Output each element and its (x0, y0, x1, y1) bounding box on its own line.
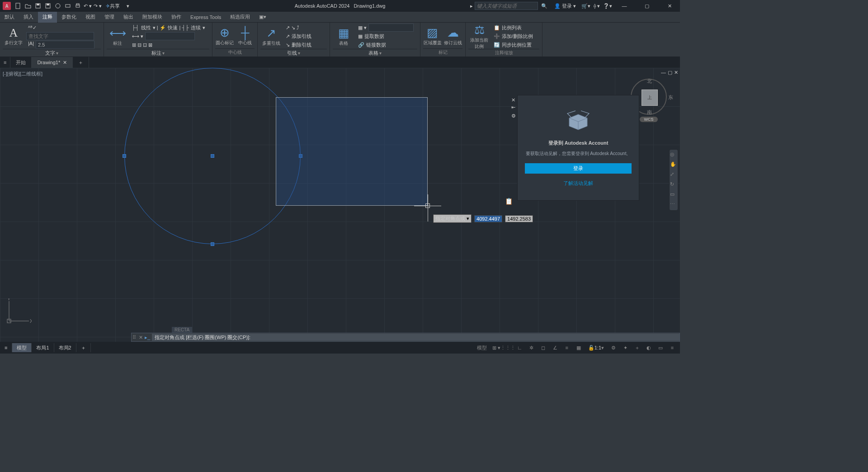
vp-max-icon[interactable]: ▢ (668, 70, 672, 76)
add-leader-button[interactable]: ↗ 添加引线 (284, 32, 313, 40)
panel-learn-link[interactable]: 了解活动见解 (525, 180, 632, 187)
mleader-button[interactable]: ↗多重引线 (260, 24, 282, 48)
search-input[interactable] (475, 2, 538, 10)
vp-close-icon[interactable]: ✕ (674, 70, 678, 76)
command-line[interactable]: ⠿ ✕ ▸_ 指定对角点或 [栏选(F) 圈围(WP) 圈交(CP)]: (131, 333, 680, 342)
autodesk-icon[interactable]: ⟠ ▾ (592, 1, 601, 10)
text-height-input[interactable] (36, 41, 94, 49)
redo-icon[interactable]: ↷ ▾ (93, 1, 102, 10)
tab-collaborate[interactable]: 协作 (167, 12, 186, 23)
steering-wheel-icon[interactable]: ◎ (670, 151, 677, 159)
cart-icon[interactable]: 🛒▾ (581, 1, 590, 10)
sb-layout2-tab[interactable]: 布局2 (54, 343, 76, 352)
tab-insert[interactable]: 插入 (19, 12, 38, 23)
share-button[interactable]: ✈ 共享 (103, 1, 123, 10)
scale-sync-button[interactable]: 🔄 同步比例位置 (492, 41, 535, 49)
command-prompt[interactable]: 指定对角点或 [栏选(F) 圈围(WP) 圈交(CP)]: (152, 334, 679, 341)
cmdline-close-icon[interactable]: ✕ (137, 335, 145, 340)
login-button[interactable]: 👤 登录 ▾ (551, 2, 580, 10)
sb-scale-button[interactable]: 🔓 1:1 ▾ (585, 343, 607, 353)
sb-model-button[interactable]: 模型 (474, 343, 490, 353)
link-data-button[interactable]: 🔗 链接数据 (356, 41, 415, 49)
sb-grid-icon[interactable]: ⊞ ▾ (491, 343, 501, 353)
sb-isolate-icon[interactable]: ◐ (644, 343, 654, 353)
zoom-extents-icon[interactable]: ⤢ (670, 171, 677, 179)
sb-lwt-icon[interactable]: ≡ (562, 343, 572, 353)
panel-tray-icon[interactable]: 📋 (505, 198, 513, 205)
text-check-button[interactable]: ᴬᴮ✓ (26, 24, 101, 32)
tab-annotate[interactable]: 注释 (38, 12, 57, 23)
tab-output[interactable]: 输出 (119, 12, 138, 23)
save-icon[interactable] (33, 1, 42, 10)
plot-icon[interactable] (63, 1, 72, 10)
qat-dropdown-icon[interactable]: ▾ (123, 1, 132, 10)
tab-express[interactable]: Express Tools (186, 12, 226, 23)
revcloud-button[interactable]: ☁修订云线 (444, 24, 463, 48)
dim-style-row[interactable]: ⟷ ▾ (130, 32, 207, 40)
close-button[interactable]: ✕ (659, 0, 680, 12)
pan-icon[interactable]: ✋ (670, 161, 677, 169)
web-icon[interactable] (53, 1, 62, 10)
del-leader-button[interactable]: ↘ 删除引线 (284, 41, 313, 49)
minimize-button[interactable]: — (614, 0, 635, 12)
dyn-x-input[interactable]: 4092.4497 (474, 215, 502, 222)
dim-button[interactable]: ⟷标注 (107, 24, 128, 48)
sb-otrack-icon[interactable]: ∠ (550, 343, 560, 353)
orbit-icon[interactable]: ↻ (670, 181, 677, 189)
new-tab-button[interactable]: ＋ (73, 57, 89, 68)
leader-tools-row[interactable]: ↗ ↘ ⤴ (284, 24, 313, 32)
search-icon[interactable]: 🔍 (540, 1, 549, 10)
close-tab-icon[interactable]: ✕ (63, 60, 67, 66)
undo-icon[interactable]: ↶ ▾ (83, 1, 92, 10)
dyn-y-input[interactable]: 1492.2583 (505, 215, 533, 222)
centerline-button[interactable]: ┼中心线 (236, 24, 255, 48)
sb-add-layout-button[interactable]: ＋ (76, 343, 91, 352)
addscale-button[interactable]: ⚖添加当前比例 (468, 24, 490, 48)
panel-settings-icon[interactable]: ⚙ (511, 113, 516, 119)
grip-left[interactable] (123, 154, 126, 158)
recent-command-chip[interactable]: RECTA (172, 327, 192, 333)
panel-text-label[interactable]: 文字 ▾ (3, 49, 101, 56)
sb-polar-icon[interactable]: ✲ (527, 343, 537, 353)
maximize-button[interactable]: ▢ (637, 0, 657, 12)
filetab-drawing1[interactable]: Drawing1*✕ (32, 57, 73, 68)
sb-gear-icon[interactable]: ⚙ (609, 343, 618, 353)
panel-table-label[interactable]: 表格 ▾ (333, 49, 417, 56)
scale-adddel-button[interactable]: ➕ 添加/删除比例 (492, 32, 535, 40)
grip-center[interactable] (211, 154, 214, 158)
sb-osnap-icon[interactable]: ◻ (538, 343, 548, 353)
vc-east[interactable]: 东 (668, 94, 673, 101)
find-text-input[interactable] (26, 32, 94, 40)
mtext-button[interactable]: A多行文字 (3, 24, 24, 48)
sb-customize-icon[interactable]: ≡ (667, 343, 677, 353)
tab-manage[interactable]: 管理 (100, 12, 119, 23)
table-button[interactable]: ▦表格 (333, 24, 354, 48)
showmotion-icon[interactable]: ▭ (670, 191, 677, 198)
panel-pin-icon[interactable]: ⇤ (511, 104, 516, 110)
sb-plus-icon[interactable]: ＋ (632, 343, 642, 353)
tab-parametric[interactable]: 参数化 (57, 12, 81, 23)
viewport-label[interactable]: [-][俯视][二维线框] (3, 71, 42, 77)
vc-south[interactable]: 南 (647, 109, 652, 116)
panel-dim-label[interactable]: 标注 ▾ (107, 49, 209, 56)
sb-ortho-icon[interactable]: ∟ (515, 343, 525, 353)
new-icon[interactable] (14, 1, 23, 10)
help-icon[interactable]: ❔▾ (603, 1, 612, 10)
cmdline-grip-icon[interactable]: ⠿ (132, 335, 137, 340)
sb-layout1-tab[interactable]: 布局1 (32, 343, 54, 352)
sb-anno-icon[interactable]: ✦ (620, 343, 630, 353)
filetab-start[interactable]: 开始 (10, 57, 32, 68)
grip-bottom[interactable] (211, 242, 214, 246)
sb-snap-icon[interactable]: ⋮⋮⋮ (503, 343, 513, 353)
extract-data-button[interactable]: ▦ 提取数据 (356, 32, 415, 40)
centermark-button[interactable]: ⊕圆心标记 (215, 24, 234, 48)
scale-list-button[interactable]: 📋 比例列表 (492, 24, 535, 32)
sb-transparency-icon[interactable]: ▦ (574, 343, 584, 353)
search-caret-icon[interactable]: ▸ (470, 3, 473, 9)
print-icon[interactable] (73, 1, 82, 10)
wipeout-button[interactable]: ▨区域覆盖 (423, 24, 442, 48)
panel-login-button[interactable]: 登录 (525, 163, 632, 174)
tab-default[interactable]: 默认 (0, 12, 19, 23)
vc-north[interactable]: 北 (647, 78, 652, 85)
saveas-icon[interactable] (43, 1, 52, 10)
